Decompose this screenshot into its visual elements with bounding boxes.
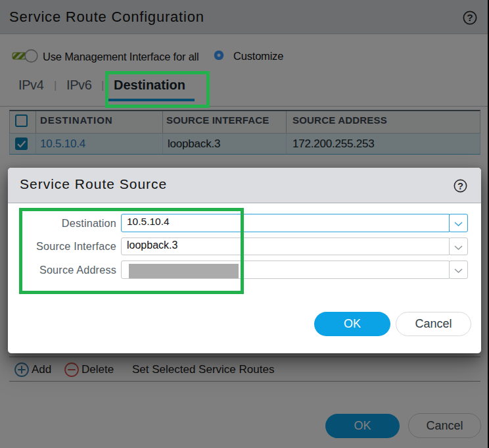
- svg-text:?: ?: [457, 181, 463, 191]
